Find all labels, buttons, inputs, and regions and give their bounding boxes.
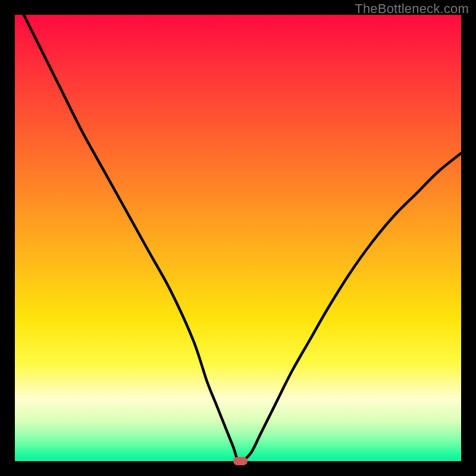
optimum-marker <box>233 457 248 465</box>
plot-area <box>15 15 461 461</box>
chart-frame: TheBottleneck.com <box>0 0 476 476</box>
curve-svg <box>15 15 461 461</box>
bottleneck-curve <box>24 15 461 461</box>
